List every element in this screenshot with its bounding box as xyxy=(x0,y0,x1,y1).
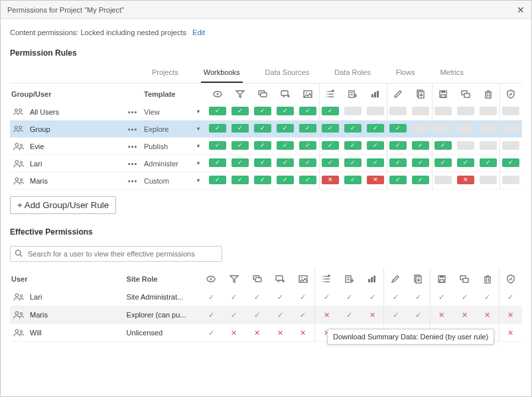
rule-row[interactable]: All Users•••View▼ xyxy=(10,103,522,121)
capability-cell[interactable] xyxy=(389,141,407,150)
capability-cell[interactable] xyxy=(299,158,316,167)
permission-rules-table: Group/UserTemplateAll Users•••View▼Group… xyxy=(10,84,522,190)
capability-cell[interactable] xyxy=(412,158,429,167)
capability-cell[interactable] xyxy=(209,124,226,133)
capability-cell[interactable] xyxy=(457,107,474,115)
effective-search-input[interactable] xyxy=(10,246,222,262)
capability-cell[interactable] xyxy=(322,158,339,167)
rule-row[interactable]: Lari•••Administer▼ xyxy=(10,155,522,172)
capability-cell[interactable] xyxy=(322,141,339,150)
template-dropdown[interactable]: Administer▼ xyxy=(144,160,205,168)
rule-row[interactable]: Maris•••Custom▼ xyxy=(10,172,522,190)
capability-cell[interactable] xyxy=(367,176,384,184)
capability-cell[interactable] xyxy=(322,124,339,133)
template-dropdown[interactable]: View▼ xyxy=(144,108,205,116)
capability-cell[interactable] xyxy=(389,107,407,115)
tab-workbooks[interactable]: Workbooks xyxy=(201,64,243,83)
capability-cell[interactable] xyxy=(367,141,384,150)
capability-cell[interactable] xyxy=(277,107,294,115)
capability-cell[interactable] xyxy=(480,124,497,133)
capability-cell[interactable] xyxy=(434,107,452,115)
capability-cell[interactable] xyxy=(344,141,362,150)
capability-cell[interactable] xyxy=(480,107,497,115)
tab-metrics[interactable]: Metrics xyxy=(437,64,466,83)
capability-cell[interactable] xyxy=(209,176,226,184)
capability-cell[interactable] xyxy=(232,141,249,150)
capability-cell[interactable] xyxy=(299,141,316,150)
capability-cell[interactable] xyxy=(299,124,316,133)
capability-cell[interactable] xyxy=(254,124,271,133)
template-dropdown[interactable]: Custom▼ xyxy=(144,177,205,185)
capability-cell[interactable] xyxy=(434,176,452,184)
capability-cell[interactable] xyxy=(480,176,497,184)
capability-cell[interactable] xyxy=(254,176,271,184)
tab-projects[interactable]: Projects xyxy=(149,64,181,83)
capability-cell[interactable] xyxy=(502,124,519,133)
capability-cell[interactable] xyxy=(457,141,474,150)
rule-actions-menu[interactable]: ••• xyxy=(123,172,143,190)
rule-actions-menu[interactable]: ••• xyxy=(123,121,143,138)
capability-cell[interactable] xyxy=(457,158,474,167)
capability-cell[interactable] xyxy=(344,158,362,167)
capability-cell[interactable] xyxy=(254,158,271,167)
chevron-down-icon: ▼ xyxy=(196,178,201,184)
capability-cell[interactable] xyxy=(254,141,271,150)
capability-cell[interactable] xyxy=(389,158,407,167)
effective-row[interactable]: MarisExplorer (can pu...✓✓✓✓✓✕✓✕✓✓✕✕✕✕ xyxy=(10,306,522,324)
rule-actions-menu[interactable]: ••• xyxy=(123,155,143,172)
capability-cell[interactable] xyxy=(344,107,362,115)
capability-cell[interactable] xyxy=(502,158,519,167)
tab-data-roles[interactable]: Data Roles xyxy=(332,64,373,83)
capability-cell[interactable] xyxy=(412,176,429,184)
capability-cell[interactable] xyxy=(254,107,271,115)
capability-cell[interactable] xyxy=(457,124,474,133)
capability-cell[interactable] xyxy=(367,124,384,133)
capability-cell[interactable] xyxy=(389,124,407,133)
capability-cell[interactable] xyxy=(299,176,316,184)
capability-cell[interactable] xyxy=(232,107,249,115)
capability-cell[interactable] xyxy=(434,141,452,150)
capability-cell[interactable] xyxy=(232,158,249,167)
capability-cell[interactable] xyxy=(299,107,316,115)
capability-cell[interactable] xyxy=(277,176,294,184)
capability-cell[interactable] xyxy=(209,158,226,167)
capability-cell[interactable] xyxy=(434,158,452,167)
tab-flows[interactable]: Flows xyxy=(393,64,418,83)
capability-cell[interactable] xyxy=(412,124,429,133)
capability-cell[interactable] xyxy=(277,158,294,167)
capability-cell[interactable] xyxy=(344,124,362,133)
capability-cell[interactable] xyxy=(209,107,226,115)
capability-cell[interactable] xyxy=(502,141,519,150)
add-group-user-rule-button[interactable]: + Add Group/User Rule xyxy=(10,196,116,214)
edit-content-permissions-link[interactable]: Edit xyxy=(192,28,205,36)
capability-cell[interactable] xyxy=(412,141,429,150)
template-dropdown[interactable]: Publish▼ xyxy=(144,142,205,150)
capability-cell[interactable] xyxy=(502,107,519,115)
template-dropdown[interactable]: Explore▼ xyxy=(144,125,205,133)
capability-cell[interactable] xyxy=(457,176,474,184)
capability-cell[interactable] xyxy=(277,124,294,133)
capability-cell[interactable] xyxy=(502,176,519,184)
capability-cell[interactable] xyxy=(277,141,294,150)
capability-cell[interactable] xyxy=(412,107,429,115)
capability-cell[interactable] xyxy=(480,158,497,167)
effective-row[interactable]: LariSite Administrat...✓✓✓✓✓✓✓✓✓✓✓✓✓✓ xyxy=(10,288,522,306)
capability-cell[interactable] xyxy=(322,107,339,115)
capability-cell[interactable] xyxy=(367,107,384,115)
close-icon[interactable]: ✕ xyxy=(517,1,525,19)
effective-capability-cell: ✕ xyxy=(292,324,315,342)
rule-actions-menu[interactable]: ••• xyxy=(123,103,143,121)
rule-actions-menu[interactable]: ••• xyxy=(123,138,143,155)
rule-row[interactable]: Group•••Explore▼ xyxy=(10,121,522,138)
capability-cell[interactable] xyxy=(322,176,339,184)
capability-cell[interactable] xyxy=(480,141,497,150)
capability-cell[interactable] xyxy=(232,176,249,184)
rule-row[interactable]: Evie•••Publish▼ xyxy=(10,138,522,155)
capability-cell[interactable] xyxy=(367,158,384,167)
tab-data-sources[interactable]: Data Sources xyxy=(263,64,312,83)
capability-cell[interactable] xyxy=(209,141,226,150)
capability-cell[interactable] xyxy=(434,124,452,133)
capability-cell[interactable] xyxy=(344,176,362,184)
capability-cell[interactable] xyxy=(389,176,407,184)
capability-cell[interactable] xyxy=(232,124,249,133)
